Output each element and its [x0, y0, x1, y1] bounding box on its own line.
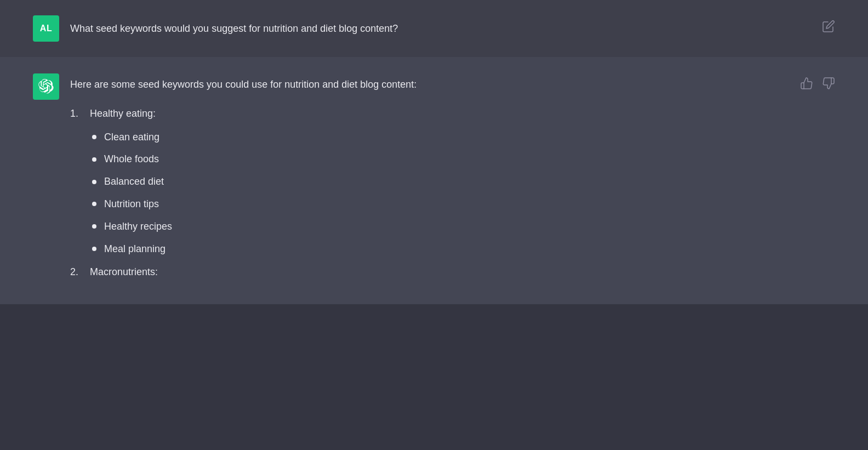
edit-icon[interactable] [822, 20, 835, 36]
list-item: Healthy recipes [92, 219, 835, 235]
section-1-bullets: Clean eating Whole foods Balanced diet N… [92, 129, 835, 257]
bullet-text: Clean eating [104, 129, 159, 145]
bullet-text: Meal planning [104, 241, 165, 257]
section-1: 1. Healthy eating: Clean eating Whole fo… [70, 106, 835, 257]
section-2-number: 2. [70, 264, 85, 280]
list-item: Balanced diet [92, 174, 835, 190]
bullet-dot [92, 180, 96, 184]
bullet-dot [92, 247, 96, 251]
section-2-title: Macronutrients: [90, 264, 158, 280]
section-2-heading: 2. Macronutrients: [70, 264, 835, 280]
bullet-text: Whole foods [104, 151, 159, 167]
section-1-number: 1. [70, 106, 85, 122]
list-item: Meal planning [92, 241, 835, 257]
chatgpt-logo-icon [38, 79, 54, 94]
section-1-title: Healthy eating: [90, 106, 156, 122]
bullet-dot [92, 135, 96, 139]
bullet-text: Nutrition tips [104, 196, 159, 212]
bullet-text: Balanced diet [104, 174, 164, 190]
bullet-dot [92, 157, 96, 162]
bullet-dot [92, 224, 96, 229]
list-item: Nutrition tips [92, 196, 835, 212]
assistant-message-row: Here are some seed keywords you could us… [0, 57, 868, 304]
bullet-dot [92, 202, 96, 206]
user-message-row: AL What seed keywords would you suggest … [0, 0, 868, 57]
list-item: Whole foods [92, 151, 835, 167]
assistant-avatar [33, 73, 59, 100]
thumbs-up-button[interactable] [800, 77, 813, 90]
user-message-text: What seed keywords would you suggest for… [70, 15, 835, 37]
assistant-intro: Here are some seed keywords you could us… [70, 77, 835, 93]
user-avatar: AL [33, 15, 59, 42]
assistant-content: Here are some seed keywords you could us… [70, 73, 835, 288]
section-1-heading: 1. Healthy eating: [70, 106, 835, 122]
section-2: 2. Macronutrients: [70, 264, 835, 280]
feedback-icons [800, 77, 835, 90]
list-item: Clean eating [92, 129, 835, 145]
thumbs-down-button[interactable] [822, 77, 835, 90]
avatar-initials: AL [40, 24, 52, 33]
bullet-text: Healthy recipes [104, 219, 172, 235]
